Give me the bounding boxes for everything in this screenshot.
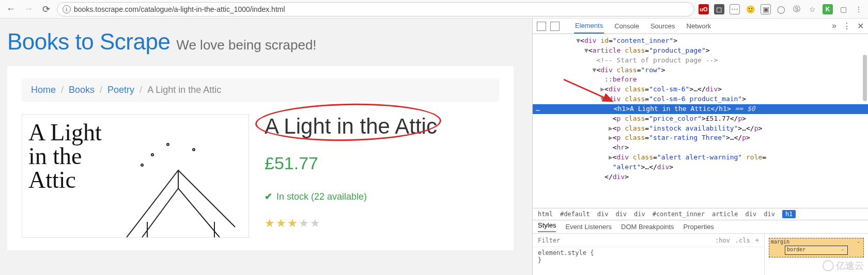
boxmodel-margin-label: margin [771,239,789,245]
reload-button[interactable]: ⟳ [39,3,53,16]
tab-dom-breakpoints[interactable]: DOM Breakpoints [621,223,674,231]
svg-point-5 [193,149,195,151]
tab-styles[interactable]: Styles [538,221,556,232]
breadcrumb-home[interactable]: Home [31,85,56,95]
crumb[interactable]: article [712,211,738,218]
tab-sources[interactable]: Sources [649,19,676,33]
tab-console[interactable]: Console [613,19,640,33]
styles-filter-input[interactable] [538,237,710,244]
dom-line[interactable]: </div> [536,172,868,182]
product-title: A Light in the Attic [265,114,437,139]
forward-button[interactable]: → [22,3,35,16]
cast-icon[interactable]: ▢ [838,4,848,14]
dom-line[interactable]: ▶<p class="star-rating Three">…</p> [536,133,868,143]
stock-status: ✔ In stock (22 available) [265,191,499,202]
svg-point-6 [141,164,143,166]
url-text: books.toscrape.com/catalogue/a-light-in-… [74,5,285,13]
dom-line[interactable]: ▼<div class="col-sm-6 product_main"> [536,94,868,104]
bookmark-star-icon[interactable]: ☆ [807,4,817,14]
devtools-tabbar: Elements Console Sources Network » ⋮ ✕ [533,19,868,34]
breadcrumb: Home/ Books/ Poetry/ A Light in the Atti… [22,78,499,102]
product-image[interactable]: A Light in the Attic [22,114,249,238]
box-model[interactable]: margin - border - [765,234,868,275]
content-card: Home/ Books/ Poetry/ A Light in the Atti… [7,66,514,250]
star-rating: ★★★★★ [265,217,499,230]
inspect-icon[interactable] [537,22,546,31]
check-icon: ✔ [265,191,272,202]
styles-pane: :hov .cls + element.style { } [533,234,765,275]
cls-toggle[interactable]: .cls [735,237,750,244]
crumb[interactable]: div [764,211,775,218]
css-rule[interactable]: element.style { } [533,247,764,266]
hov-toggle[interactable]: :hov [715,237,730,244]
stock-text: In stock (22 available) [276,191,367,202]
ublock-icon[interactable]: uO [699,4,709,14]
dom-line[interactable]: ▼<article class="product_page"> [536,46,868,56]
crumb-active[interactable]: h1 [782,210,796,218]
extension-icon[interactable]: ⋯ [730,4,740,14]
breadcrumb-current: A Light in the Attic [147,85,221,95]
site-info-icon[interactable]: i [63,5,71,13]
scrollbar[interactable] [863,55,867,101]
product-price: £51.77 [265,153,499,173]
dom-tree[interactable]: ▼<div id="content_inner"> ▼<article clas… [533,34,868,208]
site-brand-link[interactable]: Books to Scrape [7,29,170,55]
svg-point-4 [167,143,169,145]
browser-toolbar: ← → ⟳ i books.toscrape.com/catalogue/a-l… [0,0,868,19]
devtools-close-icon[interactable]: ✕ [857,21,864,31]
url-bar[interactable]: i books.toscrape.com/catalogue/a-light-i… [57,2,694,17]
devtools-menu-icon[interactable]: ⋮ [843,21,851,31]
back-button[interactable]: ← [4,3,18,16]
extension-icon[interactable]: 🙂 [745,4,755,14]
devtools-panel: Elements Console Sources Network » ⋮ ✕ ▼… [532,19,868,275]
extension-icons: uO ◻ ⋯ 🙂 ▣ ◯ Ⓢ ☆ K ▢ ⋮ [699,4,864,14]
extension-k-icon[interactable]: K [823,4,833,14]
product-main: A Light in the Attic £51.77 ✔ In stock (… [265,114,499,238]
dom-line[interactable]: ▼<div id="content_inner"> [536,36,868,46]
cover-title-text: A Light in the Attic [28,121,121,192]
new-rule-button[interactable]: + [755,237,759,244]
site-tagline: We love being scraped! [176,37,316,53]
dom-line[interactable]: ▶<div class="col-sm-6">…</div> [536,85,868,94]
dom-line[interactable]: ▶<p class="instock availability">…</p> [536,124,868,134]
page-viewport: Books to Scrape We love being scraped! H… [0,19,532,275]
skype-icon[interactable]: Ⓢ [792,4,802,14]
crumb[interactable]: #content_inner [653,211,705,218]
tab-elements[interactable]: Elements [574,19,604,34]
breadcrumb-books[interactable]: Books [69,85,95,95]
styles-tabbar: Styles Event Listeners DOM Breakpoints P… [533,220,868,234]
dom-line[interactable]: ▶<div class="alert alert-warning" role= … [536,153,868,172]
dom-line[interactable]: ▼<div class="row"> [536,66,868,75]
crumb[interactable]: #default [560,211,590,218]
dom-line[interactable]: <hr> [536,143,868,153]
extension-icon[interactable]: ◯ [776,4,786,14]
dom-line-selected[interactable]: … <h1>A Light in the Attic</h1> == $0 [536,104,868,114]
crumb[interactable]: html [538,211,553,218]
dom-line[interactable]: <p class="price_color">£51.77</p> [536,114,868,124]
extension-icon[interactable]: ◻ [714,4,724,14]
tab-event-listeners[interactable]: Event Listeners [565,223,612,231]
breadcrumb-poetry[interactable]: Poetry [107,85,134,95]
browser-menu-icon[interactable]: ⋮ [854,4,864,14]
cover-illustration [116,134,245,238]
tab-network[interactable]: Network [686,19,712,33]
dom-breadcrumb[interactable]: html #default div div div #content_inner… [533,208,868,220]
device-toggle-icon[interactable] [550,22,560,31]
svg-point-3 [151,154,153,156]
tab-properties[interactable]: Properties [684,223,714,231]
crumb[interactable]: div [634,211,645,218]
crumb[interactable]: div [615,211,627,218]
more-tabs-icon[interactable]: » [832,21,836,31]
dom-line[interactable]: <!-- Start of product page --> [536,56,868,66]
crumb[interactable]: div [597,211,609,218]
dom-line[interactable]: ::before [536,75,868,85]
crumb[interactable]: div [746,211,757,218]
extension-icon[interactable]: ▣ [761,4,771,14]
boxmodel-border-label: border [787,247,805,252]
